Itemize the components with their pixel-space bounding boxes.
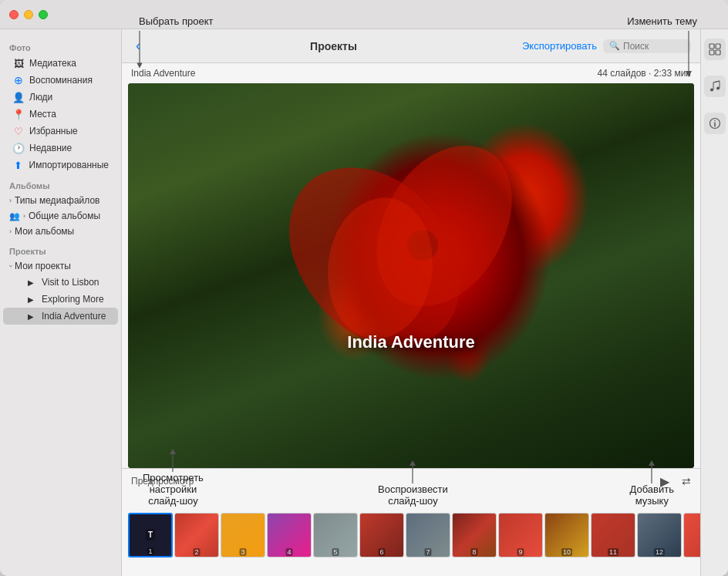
preview-title-overlay: India Adventure (347, 332, 474, 352)
svg-line-4 (713, 81, 720, 83)
sidebar-section-header-projects: Проекты (0, 239, 121, 258)
sidebar-item-label: Мои альбомы (15, 226, 74, 237)
places-icon: 📍 (12, 108, 25, 120)
people-icon: 👤 (12, 91, 25, 103)
slide-thumb-1[interactable]: T 1 (128, 513, 173, 557)
info-icon (709, 117, 721, 130)
chevron-icon: › (9, 227, 12, 235)
svg-point-7 (714, 120, 716, 122)
slide-thumb-6[interactable]: 6 (359, 513, 404, 557)
slide-thumb-9[interactable]: 9 (498, 513, 543, 557)
sidebar-item-label: Visit to Lisbon (42, 277, 99, 288)
slide-thumb-4[interactable]: 4 (267, 513, 312, 557)
preview-label: Предпросмотр (131, 476, 194, 487)
sidebar-item-shared-albums[interactable]: 👥 › Общие альбомы (3, 208, 118, 224)
slideshow-icon: ▶ (25, 310, 37, 322)
sidebar-item-people[interactable]: 👤 Люди (3, 89, 118, 106)
sidebar: Фото 🖼 Медиатека ⊕ Воспоминания 👤 Люди 📍… (0, 29, 122, 576)
sidebar-item-label: Мои проекты (15, 261, 71, 271)
sidebar-section-header-albums: Альбомы (0, 173, 121, 193)
minimize-button[interactable] (24, 10, 33, 19)
shuffle-button[interactable]: ⇄ (682, 475, 691, 487)
content-area: ‹ Проекты Экспортировать 🔍 India Adventu… (122, 29, 700, 576)
sidebar-item-label: Медиатека (29, 58, 76, 69)
svg-rect-1 (716, 44, 720, 49)
filmstrip: T 1 2 3 (122, 493, 700, 576)
info-button[interactable] (704, 113, 726, 134)
theme-icon (709, 43, 721, 56)
sidebar-item-favorites[interactable]: ♡ Избранные (3, 123, 118, 140)
theme-button[interactable] (704, 39, 726, 60)
titlebar (0, 0, 728, 29)
favorites-icon: ♡ (12, 125, 25, 137)
sidebar-item-exploring-more[interactable]: ▶ Exploring More (3, 291, 118, 308)
slideshow-toolbar: Предпросмотр ▶ ⇄ (122, 469, 700, 493)
search-icon: 🔍 (609, 41, 620, 51)
slide-thumb-10[interactable]: 10 (544, 513, 589, 557)
slide-thumb-12[interactable]: 12 (637, 513, 682, 557)
maximize-button[interactable] (39, 10, 48, 19)
sidebar-item-label: Избранные (29, 126, 78, 136)
sidebar-item-label: Типы медиафайлов (15, 195, 99, 206)
project-header: India Adventure 44 слайдов · 2:33 мин (122, 63, 700, 83)
sidebar-item-india-adventure[interactable]: ▶ India Adventure (3, 308, 118, 325)
sidebar-item-label: Люди (29, 92, 52, 103)
sidebar-item-my-projects[interactable]: › Мои проекты (3, 258, 118, 274)
sidebar-item-memories[interactable]: ⊕ Воспоминания (3, 72, 118, 89)
recent-icon: 🕐 (12, 142, 25, 154)
music-button[interactable] (704, 76, 726, 97)
sidebar-item-library[interactable]: 🖼 Медиатека (3, 55, 118, 72)
sidebar-item-imported[interactable]: ⬆ Импортированные (3, 157, 118, 173)
export-button[interactable]: Экспортировать (522, 40, 597, 52)
svg-rect-0 (709, 44, 714, 49)
shared-icon: 👥 (9, 211, 20, 221)
close-button[interactable] (9, 10, 19, 19)
slide-thumb-11[interactable]: 11 (591, 513, 635, 557)
slide-thumb-7[interactable]: 7 (406, 513, 450, 557)
app-window: Фото 🖼 Медиатека ⊕ Воспоминания 👤 Люди 📍… (0, 0, 728, 576)
project-view: India Adventure 44 слайдов · 2:33 мин In… (122, 63, 700, 576)
bottom-controls: Предпросмотр ▶ ⇄ T 1 (122, 468, 700, 576)
chevron-icon: › (9, 197, 12, 204)
project-title: India Adventure (131, 68, 195, 79)
toolbar-title: Проекты (151, 40, 516, 52)
sidebar-item-visit-lisbon[interactable]: ▶ Visit to Lisbon (3, 274, 118, 291)
slideshow-icon: ▶ (25, 276, 37, 288)
sidebar-item-label: Места (29, 109, 56, 120)
slide-thumb-8[interactable]: 8 (452, 513, 497, 557)
search-box[interactable]: 🔍 (603, 39, 691, 53)
sidebar-item-label: India Adventure (42, 311, 106, 322)
sidebar-item-label: Exploring More (42, 294, 104, 305)
back-button[interactable]: ‹ (131, 36, 145, 56)
library-icon: 🖼 (12, 57, 25, 69)
slide-thumb-3[interactable]: 3 (221, 513, 265, 557)
preview-container: India Adventure (128, 83, 694, 468)
traffic-lights (9, 10, 48, 19)
sidebar-item-media-types[interactable]: › Типы медиафайлов (3, 193, 118, 208)
imported-icon: ⬆ (12, 159, 25, 171)
memories-icon: ⊕ (12, 74, 25, 86)
preview-image: India Adventure (128, 83, 694, 468)
sidebar-item-label: Недавние (29, 143, 72, 153)
slide-thumb-5[interactable]: 5 (313, 513, 358, 557)
main-layout: Фото 🖼 Медиатека ⊕ Воспоминания 👤 Люди 📍… (0, 29, 728, 576)
chevron-icon: › (23, 212, 25, 220)
svg-rect-2 (709, 50, 714, 55)
sidebar-item-my-albums[interactable]: › Мои альбомы (3, 224, 118, 239)
svg-rect-3 (716, 50, 720, 55)
play-button[interactable]: ▶ (660, 474, 669, 489)
chevron-icon: › (7, 265, 15, 268)
slideshow-icon: ▶ (25, 293, 37, 305)
sidebar-item-label: Импортированные (29, 160, 109, 170)
slide-thumb-2[interactable]: 2 (174, 513, 219, 557)
slide-thumb-13[interactable]: 13 (683, 513, 700, 557)
music-icon (709, 80, 720, 93)
project-info: 44 слайдов · 2:33 мин (598, 68, 691, 79)
search-input[interactable] (623, 41, 685, 52)
sidebar-item-label: Общие альбомы (29, 211, 100, 221)
sidebar-item-recent[interactable]: 🕐 Недавние (3, 140, 118, 157)
sidebar-section-header-photos: Фото (0, 35, 121, 55)
sidebar-item-places[interactable]: 📍 Места (3, 106, 118, 123)
right-panel (700, 29, 728, 576)
sidebar-item-label: Воспоминания (29, 75, 93, 86)
